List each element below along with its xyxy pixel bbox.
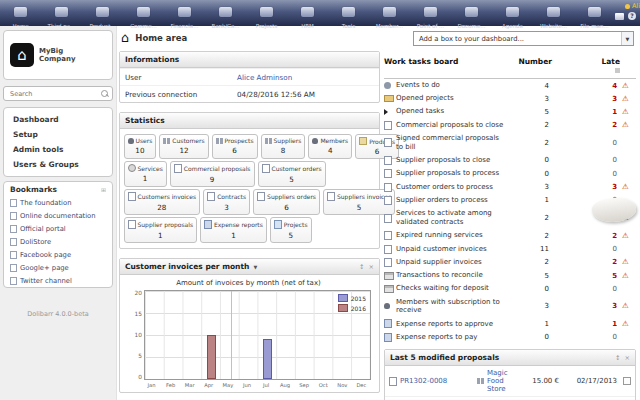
- task-label[interactable]: Supplier proposals to process: [396, 169, 509, 178]
- search-icon[interactable]: [101, 90, 108, 97]
- company-link[interactable]: Magic Food Store: [487, 369, 513, 393]
- top-menu-item[interactable]: Third pa...: [41, 0, 82, 26]
- task-label[interactable]: Unpaid supplier invoices: [396, 258, 509, 267]
- top-menu-item[interactable]: Tools: [328, 0, 369, 26]
- move-box-icon[interactable]: ↕: [359, 263, 364, 271]
- stat-box[interactable]: Prospects 6: [212, 134, 258, 159]
- bookmark-item[interactable]: The foundation: [4, 196, 112, 209]
- select-checkbox[interactable]: [623, 377, 631, 385]
- task-label[interactable]: Opened projects: [396, 94, 509, 103]
- task-label[interactable]: Expired running services: [396, 231, 509, 240]
- bookmarks-menu-icon[interactable]: [101, 186, 106, 193]
- task-label[interactable]: Opened tasks: [396, 107, 509, 116]
- stat-box[interactable]: Expense reports 1: [200, 217, 267, 243]
- task-number[interactable]: 3: [509, 302, 549, 310]
- task-number[interactable]: 5: [509, 108, 549, 116]
- sidebar-nav-item[interactable]: Dashboard: [4, 112, 112, 127]
- task-label[interactable]: Expense reports to approve: [396, 320, 509, 329]
- task-number[interactable]: 4: [509, 82, 549, 90]
- stat-box[interactable]: Suppliers orders 6: [253, 189, 320, 215]
- task-number[interactable]: 1: [509, 196, 549, 204]
- stat-box[interactable]: Customers invoices 28: [124, 189, 201, 215]
- task-number[interactable]: 1: [509, 320, 549, 328]
- top-menu-item[interactable]: Website...: [533, 0, 574, 26]
- info-row: Previous connection 04/28/2016 12:56 AM: [120, 85, 379, 102]
- task-label[interactable]: Unpaid customer invoices: [396, 245, 509, 254]
- add-box-select[interactable]: Add a box to your dashboard...: [413, 31, 634, 46]
- print-icon[interactable]: [615, 13, 624, 20]
- task-number[interactable]: 2: [509, 258, 549, 266]
- stat-box[interactable]: Members 4: [308, 134, 352, 159]
- sidebar-nav-item[interactable]: Admin tools: [4, 142, 112, 157]
- info-value[interactable]: 04/28/2016 12:56 AM: [237, 90, 315, 99]
- stat-label: Services: [138, 165, 163, 172]
- stat-box[interactable]: Customers 12: [159, 134, 208, 159]
- task-number[interactable]: 3: [509, 183, 549, 191]
- stat-box[interactable]: Contracts 3: [203, 189, 250, 215]
- proposal-row: PR1302-0008 Magic Food Store 15.00 € 02/…: [385, 366, 635, 396]
- stat-box[interactable]: Services 1: [124, 161, 167, 187]
- bookmark-item[interactable]: Facebook page: [4, 248, 112, 261]
- stat-box[interactable]: Suppliers 8: [261, 134, 306, 159]
- task-label[interactable]: Customer orders to process: [396, 183, 509, 192]
- top-menu-item[interactable]: HRM: [287, 0, 328, 26]
- task-number[interactable]: 2: [509, 121, 549, 129]
- task-number[interactable]: 11: [509, 245, 549, 253]
- company-logo-card[interactable]: MyBig Company: [3, 30, 113, 80]
- sidebar-nav-item[interactable]: Users & Groups: [4, 157, 112, 172]
- task-number[interactable]: 0: [509, 170, 549, 178]
- bookmark-item[interactable]: Google+ page: [4, 261, 112, 274]
- proposal-ref[interactable]: PR1302-0008: [400, 377, 447, 385]
- help-icon[interactable]: [628, 12, 636, 20]
- task-number[interactable]: 0: [509, 285, 549, 293]
- stat-box[interactable]: Projects 5: [270, 217, 312, 243]
- top-menu-item[interactable]: Comme...: [123, 0, 164, 26]
- top-menu-item[interactable]: Projects: [246, 0, 287, 26]
- task-label[interactable]: Supplier orders to process: [396, 196, 509, 205]
- late-filter-icon[interactable]: [615, 68, 620, 73]
- stat-box[interactable]: Users 10: [124, 134, 157, 159]
- top-menu-item[interactable]: Financia...: [164, 0, 205, 26]
- bookmark-item[interactable]: Twitter channel: [4, 274, 112, 287]
- task-number[interactable]: 0: [509, 156, 549, 164]
- task-number[interactable]: 3: [509, 95, 549, 103]
- bookmark-item[interactable]: Official portal: [4, 222, 112, 235]
- task-label[interactable]: Commercial proposals to close: [396, 121, 509, 130]
- chart-filter-icon[interactable]: [253, 264, 257, 270]
- logged-user[interactable]: Alice: [615, 2, 640, 10]
- stat-box[interactable]: Supplier proposals 1: [124, 217, 198, 243]
- task-label[interactable]: Transactions to reconcile: [396, 271, 509, 280]
- task-number[interactable]: 0: [509, 333, 549, 341]
- top-menu-item[interactable]: Member...: [369, 0, 410, 26]
- search-input[interactable]: [8, 89, 101, 99]
- task-label[interactable]: Expense reports to pay: [396, 333, 509, 342]
- task-label[interactable]: Services to activate among validated con…: [396, 209, 509, 227]
- task-label[interactable]: Signed commercial proposals to bill: [396, 134, 509, 152]
- task-icon: [384, 138, 392, 147]
- task-number[interactable]: 2: [509, 139, 549, 147]
- sidebar-nav-item[interactable]: Setup: [4, 127, 112, 142]
- top-menu-item[interactable]: Docume...: [451, 0, 492, 26]
- stat-box[interactable]: Commercial proposals 9: [170, 161, 255, 187]
- task-number[interactable]: 5: [509, 272, 549, 280]
- statistics-row: Users 10 Customers 12: [122, 134, 377, 159]
- task-number[interactable]: 2: [509, 232, 549, 240]
- bookmark-item[interactable]: Online documentation: [4, 209, 112, 222]
- top-menu-item[interactable]: Product...: [82, 0, 123, 26]
- top-menu-item[interactable]: Agenda: [492, 0, 533, 26]
- task-number[interactable]: 2: [509, 214, 549, 222]
- close-box-icon[interactable]: ×: [369, 263, 374, 271]
- top-menu-item[interactable]: Home: [0, 0, 41, 26]
- close-box-icon[interactable]: ×: [625, 354, 630, 362]
- task-label[interactable]: Supplier proposals to close: [396, 156, 509, 165]
- move-box-icon[interactable]: ↕: [615, 354, 620, 362]
- task-label[interactable]: Checks waiting for deposit: [396, 284, 509, 293]
- top-menu-item[interactable]: Bank/Ca...: [205, 0, 246, 26]
- task-label[interactable]: Events to do: [396, 81, 509, 90]
- stat-box[interactable]: Customer orders 5: [258, 161, 326, 187]
- task-label[interactable]: Members with subscription to receive: [396, 298, 509, 316]
- top-menu-item[interactable]: Point of ...: [410, 0, 451, 26]
- top-menu-item[interactable]: File man...: [574, 0, 615, 26]
- bookmark-item[interactable]: DoliStore: [4, 235, 112, 248]
- info-value[interactable]: Alice Adminson: [237, 73, 292, 82]
